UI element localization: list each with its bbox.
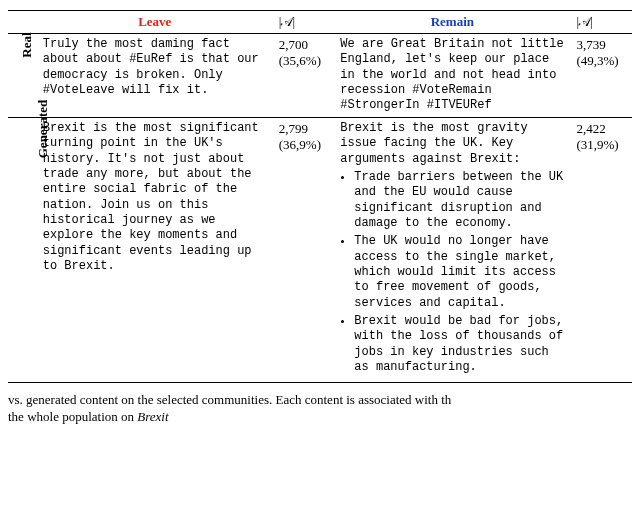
header-leave: Leave bbox=[37, 11, 273, 34]
list-item: The UK would no longer have access to th… bbox=[354, 234, 564, 311]
real-remain-count-pct: (49,3%) bbox=[576, 53, 618, 68]
generated-remain-bullets: Trade barriers between the UK and the EU… bbox=[340, 170, 564, 376]
generated-leave-count: 2,799 (36,9%) bbox=[273, 117, 335, 382]
caption-line2-italic: Brexit bbox=[137, 409, 168, 424]
list-item: Trade barriers between the UK and the EU… bbox=[354, 170, 564, 231]
real-leave-count: 2,700 (35,6%) bbox=[273, 34, 335, 118]
real-remain-text: We are Great Britain not little England,… bbox=[334, 34, 570, 118]
real-remain-count-num: 3,739 bbox=[576, 37, 605, 52]
header-a-right: |𝒜| bbox=[570, 11, 632, 34]
caption-line2-text: the whole population on bbox=[8, 409, 137, 424]
generated-remain-count: 2,422 (31,9%) bbox=[570, 117, 632, 382]
real-remain-count: 3,739 (49,3%) bbox=[570, 34, 632, 118]
row-label-real-text: Real bbox=[19, 32, 35, 57]
generated-leave-count-num: 2,799 bbox=[279, 121, 308, 136]
row-label-generated: Generated bbox=[8, 117, 37, 382]
generated-remain-intro: Brexit is the most gravity issue facing … bbox=[340, 121, 527, 166]
header-remain: Remain bbox=[334, 11, 570, 34]
generated-leave-text: Brexit is the most significant turning p… bbox=[37, 117, 273, 382]
list-item: Brexit would be bad for jobs, with the l… bbox=[354, 314, 564, 375]
caption-line2: the whole population on Brexit bbox=[8, 409, 169, 424]
generated-remain-text: Brexit is the most gravity issue facing … bbox=[334, 117, 570, 382]
comparison-table: Leave |𝒜| Remain |𝒜| Real Truly the most… bbox=[8, 10, 632, 383]
row-label-generated-text: Generated bbox=[35, 100, 51, 158]
table-caption: vs. generated content on the selected co… bbox=[8, 391, 632, 426]
real-leave-count-num: 2,700 bbox=[279, 37, 308, 52]
generated-leave-count-pct: (36,9%) bbox=[279, 137, 321, 152]
header-blank bbox=[8, 11, 37, 34]
real-leave-text: Truly the most daming fact about about #… bbox=[37, 34, 273, 118]
header-a-left: |𝒜| bbox=[273, 11, 335, 34]
generated-remain-count-pct: (31,9%) bbox=[576, 137, 618, 152]
caption-line1: vs. generated content on the selected co… bbox=[8, 392, 451, 407]
real-leave-count-pct: (35,6%) bbox=[279, 53, 321, 68]
row-label-real: Real bbox=[8, 34, 37, 118]
generated-remain-count-num: 2,422 bbox=[576, 121, 605, 136]
